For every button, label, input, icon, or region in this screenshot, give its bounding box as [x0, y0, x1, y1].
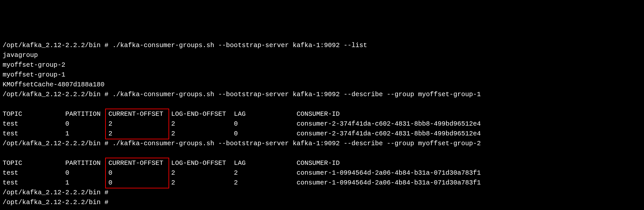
command-describe-2: ./kafka-consumer-groups.sh --bootstrap-s…	[112, 140, 481, 147]
group-output: myoffset-group-1	[3, 70, 641, 80]
group-output: KMOffsetCache-4807d188a180	[3, 80, 641, 90]
table-row: test 1 0 2 2 consumer-1-0994564d-2a06-4b…	[3, 178, 481, 188]
table-row: test 1 2 2 0 consumer-2-374f41da-c602-48…	[3, 129, 481, 139]
col-consumer-id: CONSUMER-ID	[297, 159, 340, 167]
cell-topic: test	[3, 169, 18, 177]
cell-log-end-offset: 2	[171, 179, 175, 186]
cell-consumer-id: consumer-1-0994564d-2a06-4b84-b31a-071d3…	[297, 179, 481, 186]
cell-consumer-id: consumer-2-374f41da-c602-4831-8bb8-499bd…	[297, 130, 481, 137]
blank-line	[3, 99, 641, 109]
table-row: test 0 2 2 0 consumer-2-374f41da-c602-48…	[3, 119, 481, 129]
prompt: /opt/kafka_2.12-2.2.2/bin #	[3, 42, 112, 49]
cell-partition: 1	[65, 130, 69, 137]
cell-current-offset: 2	[108, 130, 112, 137]
cell-current-offset: 0	[108, 169, 112, 177]
cell-current-offset: 0	[108, 179, 112, 186]
prompt-line-2[interactable]: /opt/kafka_2.12-2.2.2/bin # ./kafka-cons…	[3, 90, 641, 99]
prompt-line-4[interactable]: /opt/kafka_2.12-2.2.2/bin #	[3, 188, 641, 198]
cell-lag: 2	[234, 179, 238, 186]
col-partition: PARTITION	[65, 159, 101, 167]
command-list: ./kafka-consumer-groups.sh --bootstrap-s…	[112, 42, 367, 49]
col-current-offset: CURRENT-OFFSET	[108, 159, 163, 167]
terminal-output: /opt/kafka_2.12-2.2.2/bin # ./kafka-cons…	[3, 41, 641, 207]
col-lag: LAG	[234, 110, 246, 118]
cell-consumer-id: consumer-2-374f41da-c602-4831-8bb8-499bd…	[297, 120, 481, 128]
col-partition: PARTITION	[65, 110, 101, 118]
blank-line	[3, 149, 641, 158]
cell-consumer-id: consumer-1-0994564d-2a06-4b84-b31a-071d3…	[297, 169, 481, 177]
prompt-line-1[interactable]: /opt/kafka_2.12-2.2.2/bin # ./kafka-cons…	[3, 41, 641, 50]
prompt: /opt/kafka_2.12-2.2.2/bin #	[3, 199, 112, 206]
cell-topic: test	[3, 120, 18, 128]
command-describe-1: ./kafka-consumer-groups.sh --bootstrap-s…	[112, 91, 481, 98]
cell-partition: 1	[65, 179, 69, 186]
table-row: test 0 0 2 2 consumer-1-0994564d-2a06-4b…	[3, 168, 481, 178]
prompt-line-5[interactable]: /opt/kafka_2.12-2.2.2/bin #	[3, 198, 641, 207]
col-log-end-offset: LOG-END-OFFSET	[171, 110, 226, 118]
prompt-line-3[interactable]: /opt/kafka_2.12-2.2.2/bin # ./kafka-cons…	[3, 139, 641, 149]
col-current-offset: CURRENT-OFFSET	[108, 110, 163, 118]
prompt: /opt/kafka_2.12-2.2.2/bin #	[3, 140, 112, 147]
cell-partition: 0	[65, 169, 69, 177]
col-topic: TOPIC	[3, 159, 22, 167]
col-consumer-id: CONSUMER-ID	[297, 110, 340, 118]
cell-log-end-offset: 2	[171, 120, 175, 128]
cell-lag: 2	[234, 169, 238, 177]
cell-lag: 0	[234, 130, 238, 137]
col-log-end-offset: LOG-END-OFFSET	[171, 159, 226, 167]
col-topic: TOPIC	[3, 110, 22, 118]
prompt: /opt/kafka_2.12-2.2.2/bin #	[3, 189, 112, 196]
cell-topic: test	[3, 179, 18, 186]
cell-partition: 0	[65, 120, 69, 128]
table-header: TOPIC PARTITION CURRENT-OFFSET LOG-END-O…	[3, 158, 481, 168]
group-output: myoffset-group-2	[3, 60, 641, 70]
cell-topic: test	[3, 130, 18, 137]
col-lag: LAG	[234, 159, 246, 167]
group-output: javagroup	[3, 50, 641, 60]
cell-log-end-offset: 2	[171, 130, 175, 137]
cell-log-end-offset: 2	[171, 169, 175, 177]
cell-current-offset: 2	[108, 120, 112, 128]
prompt: /opt/kafka_2.12-2.2.2/bin #	[3, 91, 112, 98]
cell-lag: 0	[234, 120, 238, 128]
table-header: TOPIC PARTITION CURRENT-OFFSET LOG-END-O…	[3, 109, 481, 119]
